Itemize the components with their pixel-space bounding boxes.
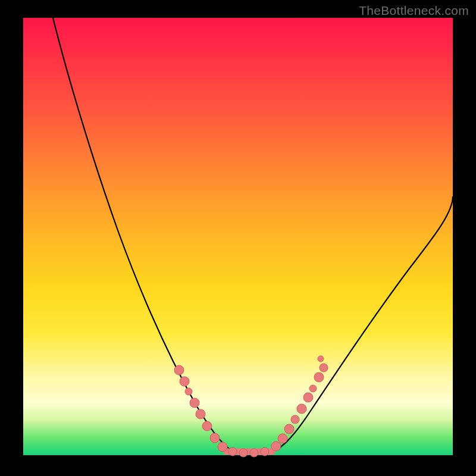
svg-point-19 — [314, 372, 324, 382]
marker-cluster-left — [174, 365, 227, 452]
svg-point-4 — [196, 409, 205, 419]
svg-point-2 — [185, 388, 192, 395]
chart-frame: TheBottleneck.com — [0, 0, 476, 476]
svg-point-0 — [174, 365, 184, 375]
svg-point-10 — [250, 449, 258, 457]
svg-point-9 — [239, 449, 248, 457]
svg-point-21 — [318, 356, 324, 362]
svg-point-5 — [202, 421, 212, 431]
svg-point-13 — [278, 434, 287, 443]
svg-point-11 — [261, 447, 269, 456]
svg-point-18 — [309, 385, 317, 392]
svg-point-7 — [218, 442, 227, 452]
plot-area — [23, 18, 453, 455]
svg-point-12 — [271, 441, 281, 451]
svg-point-16 — [297, 404, 306, 414]
svg-point-20 — [320, 364, 328, 372]
svg-point-8 — [228, 447, 237, 456]
svg-point-6 — [210, 433, 220, 443]
svg-point-14 — [284, 424, 294, 434]
svg-point-15 — [291, 415, 299, 424]
svg-point-17 — [303, 393, 313, 402]
curve-svg — [23, 18, 453, 455]
svg-point-3 — [190, 398, 199, 408]
svg-point-1 — [180, 377, 189, 386]
bottleneck-curve — [53, 18, 453, 453]
marker-cluster-right — [271, 356, 328, 451]
watermark-text: TheBottleneck.com — [359, 4, 469, 18]
